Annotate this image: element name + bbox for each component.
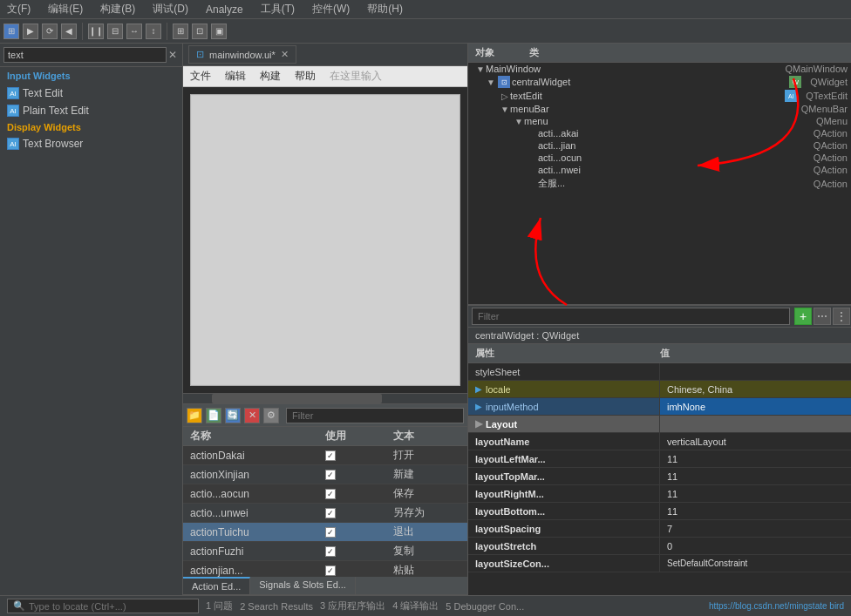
sidebar-item-textbrowser[interactable]: AI Text Browser: [0, 135, 182, 152]
toolbar-icon-7[interactable]: ↔: [126, 24, 142, 39]
action-ed-tab[interactable]: Action Ed...: [183, 577, 250, 594]
action-settings-icon[interactable]: ⚙: [263, 408, 279, 423]
action-check-4[interactable]: ✓: [325, 527, 393, 538]
filter-add-btn[interactable]: +: [794, 308, 812, 325]
prop-row-locale[interactable]: ▶locale Chinese, China: [468, 381, 851, 398]
tree-row-action-2[interactable]: acti...ocun QAction: [468, 152, 851, 164]
action-row-5[interactable]: actionFuzhi ✓ 复制: [183, 542, 467, 561]
action-delete-icon[interactable]: ✕: [244, 408, 260, 423]
action-check-1[interactable]: ✓: [325, 470, 393, 480]
prop-name-layoutstretch: layoutStretch: [468, 538, 660, 554]
toolbar-icon-8[interactable]: ↕: [146, 24, 161, 39]
toolbar-icon-6[interactable]: ⊟: [107, 24, 123, 39]
tree-row-action-3[interactable]: acti...nwei QAction: [468, 164, 851, 176]
prop-row-stylesheet[interactable]: styleSheet: [468, 363, 851, 381]
tree-row-centralwidget[interactable]: ▼ ⊡ centralWidget W QWidget: [468, 75, 851, 89]
form-menu-here[interactable]: 在这里输入: [330, 69, 382, 84]
toolbar-icon-9[interactable]: ⊞: [173, 24, 188, 39]
input-widgets-section: Input Widgets: [0, 67, 182, 85]
tab-close-btn[interactable]: ✕: [281, 49, 289, 60]
tree-row-action-4[interactable]: 全服... QAction: [468, 176, 851, 191]
prop-row-layoutname[interactable]: layoutName verticalLayout: [468, 433, 851, 450]
action-check-2[interactable]: ✓: [325, 489, 393, 499]
action-refresh-icon[interactable]: 🔄: [225, 408, 241, 423]
toolbar-icon-3[interactable]: ⟳: [42, 24, 58, 39]
status-item-4[interactable]: 5 Debugger Con...: [446, 601, 524, 612]
tree-row-action-1[interactable]: acti...jian QAction: [468, 139, 851, 152]
toolbar-icon-4[interactable]: ◀: [61, 24, 77, 39]
layout-section-arrow: ▶: [475, 418, 482, 430]
action-col-name: 名称: [190, 429, 325, 443]
menu-file[interactable]: 文(F): [3, 0, 34, 18]
status-item-1[interactable]: 2 Search Results: [240, 601, 313, 612]
sidebar-search-clear[interactable]: ✕: [167, 49, 179, 61]
form-canvas-inner[interactable]: [191, 95, 460, 385]
toolbar-icon-10[interactable]: ⊡: [192, 24, 208, 39]
center-area: ⊡ mainwindow.ui* ✕ 文件 编辑 构建 帮助 在这里输入: [183, 44, 467, 595]
form-menu-edit[interactable]: 编辑: [225, 69, 246, 84]
filter-more-btn[interactable]: ⋯: [814, 308, 831, 325]
toolbar-icon-2[interactable]: ▶: [23, 24, 38, 39]
action-row-4[interactable]: actionTuichu ✓ 退出: [183, 523, 467, 542]
form-menu-build[interactable]: 构建: [260, 69, 281, 84]
prop-row-layouttop[interactable]: layoutTopMar... 11: [468, 468, 851, 485]
action-row-1[interactable]: actionXinjian ✓ 新建: [183, 465, 467, 484]
status-url: https://blog.csdn.net/mingstate bird: [709, 601, 844, 611]
menu-debug[interactable]: 调试(D): [149, 0, 192, 18]
tree-row-menubar[interactable]: ▼ menuBar QMenuBar: [468, 103, 851, 115]
prop-row-layoutsizecon[interactable]: layoutSizeCon... SetDefaultConstraint: [468, 555, 851, 572]
prop-row-layoutbottom[interactable]: layoutBottom... 11: [468, 503, 851, 520]
menu-help[interactable]: 帮助(H): [364, 0, 406, 18]
prop-row-inputmethod[interactable]: ▶inputMethod imhNone: [468, 398, 851, 416]
status-item-2[interactable]: 3 应用程序输出: [320, 599, 385, 613]
action-check-3[interactable]: ✓: [325, 508, 393, 518]
toolbar-icon-11[interactable]: ▣: [211, 24, 227, 39]
action-row-0[interactable]: actionDakai ✓ 打开: [183, 446, 467, 465]
prop-row-layoutleft[interactable]: layoutLeftMar... 11: [468, 450, 851, 468]
status-item-0[interactable]: 1 问题: [206, 599, 233, 613]
action-check-5[interactable]: ✓: [325, 546, 393, 557]
sidebar-item-textedit[interactable]: AI Text Edit: [0, 85, 182, 102]
prop-val-layoutsizecon: SetDefaultConstraint: [660, 555, 851, 572]
prop-val-layoutbottom: 11: [660, 503, 851, 519]
form-canvas: [190, 94, 460, 386]
textedit-label: Text Edit: [23, 87, 63, 99]
toolbar-icon-5[interactable]: ❙❙: [88, 24, 104, 39]
tree-row-mainwindow[interactable]: ▼ MainWindow QMainWindow: [468, 63, 851, 75]
props-filter-input[interactable]: [472, 308, 790, 325]
action-folder-icon[interactable]: 📁: [187, 408, 202, 423]
tree-row-menu[interactable]: ▼ menu QMenu: [468, 115, 851, 127]
toolbar-home-icon[interactable]: ⊞: [3, 24, 19, 39]
prop-row-layoutright[interactable]: layoutRightM... 11: [468, 485, 851, 503]
menu-widgets[interactable]: 控件(W): [309, 0, 353, 18]
tree-row-textedit[interactable]: ▷ textEdit AI QTextEdit: [468, 89, 851, 103]
prop-row-layoutstretch[interactable]: layoutStretch 0: [468, 538, 851, 555]
sidebar-search-input[interactable]: text: [3, 47, 167, 63]
signals-slots-tab[interactable]: Signals & Slots Ed...: [250, 577, 356, 594]
action-check-6[interactable]: ✓: [325, 565, 393, 576]
action-name-3: actio...unwei: [190, 507, 325, 519]
action-row-3[interactable]: actio...unwei ✓ 另存为: [183, 504, 467, 523]
form-menu-file[interactable]: 文件: [190, 69, 211, 84]
menu-build[interactable]: 构建(B): [97, 0, 139, 18]
action-filter-input[interactable]: [286, 408, 464, 423]
action-row-2[interactable]: actio...aocun ✓ 保存: [183, 484, 467, 504]
menu-tools[interactable]: 工具(T): [257, 0, 298, 18]
mainwindow-tab[interactable]: ⊡ mainwindow.ui* ✕: [188, 45, 296, 64]
menu-analyze[interactable]: Analyze: [202, 2, 247, 17]
action-row-6[interactable]: actionjian... ✓ 粘贴: [183, 561, 467, 577]
tree-row-action-0[interactable]: acti...akai QAction: [468, 127, 851, 139]
filter-extra-btn[interactable]: ⋮: [833, 308, 850, 325]
form-menu-help[interactable]: 帮助: [295, 69, 316, 84]
prop-section-layout-label: ▶Layout: [468, 416, 660, 432]
action-check-0[interactable]: ✓: [325, 450, 393, 461]
menu-edit[interactable]: 编辑(E): [44, 0, 86, 18]
locale-arrow: ▶: [475, 384, 482, 394]
action-new-icon[interactable]: 📄: [206, 408, 221, 423]
canvas-hscroll[interactable]: [183, 393, 467, 403]
prop-row-layoutspacing[interactable]: layoutSpacing 7: [468, 520, 851, 538]
sidebar-item-plaintextedit[interactable]: AI Plain Text Edit: [0, 102, 182, 119]
status-item-3[interactable]: 4 编译输出: [392, 599, 439, 613]
status-search-input[interactable]: [29, 601, 193, 612]
action-table-header: 名称 使用 文本: [183, 427, 467, 446]
